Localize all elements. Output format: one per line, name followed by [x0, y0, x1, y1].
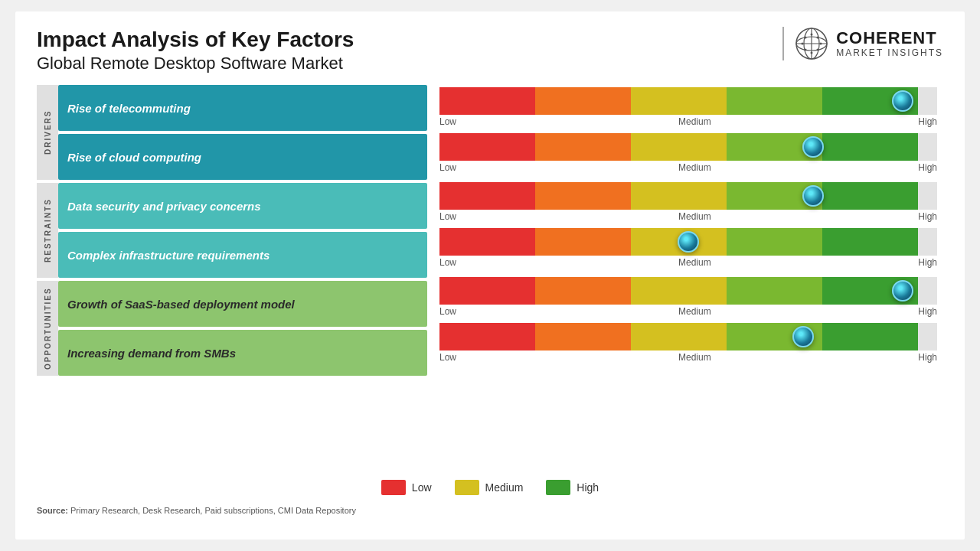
bar-row-1-1: LowMediumHigh [439, 226, 943, 272]
bar-seg-1 [535, 323, 631, 350]
bar-axis-labels-2-0: LowMediumHigh [439, 305, 937, 318]
bar-group-opportunities: LowMediumHighLowMediumHigh [439, 275, 943, 367]
bar-row-0-0: LowMediumHigh [439, 85, 943, 131]
bar-track-1-0 [439, 182, 937, 210]
bar-seg-1 [535, 87, 631, 115]
bar-row-2-1: LowMediumHigh [439, 321, 943, 367]
bar-track-0-1 [439, 133, 937, 161]
bar-seg-2 [631, 323, 727, 350]
bar-track-2-1 [439, 323, 937, 350]
bar-group-restraints: LowMediumHighLowMediumHigh [439, 180, 943, 272]
bar-axis-labels-1-1: LowMediumHigh [439, 256, 937, 269]
axis-medium: Medium [678, 211, 711, 222]
indicator-1-0 [802, 185, 824, 207]
bar-seg-5 [918, 87, 937, 115]
axis-medium: Medium [678, 116, 711, 127]
factor-rows-restraints: Data security and privacy concernsComple… [58, 183, 427, 278]
bar-row-0-1: LowMediumHigh [439, 131, 943, 177]
bar-group-drivers: LowMediumHighLowMediumHigh [439, 85, 943, 177]
bar-seg-1 [535, 277, 631, 305]
axis-medium: Medium [678, 162, 711, 173]
svg-point-8 [820, 43, 822, 45]
legend-area: LowMediumHigh [37, 474, 943, 501]
axis-medium: Medium [678, 306, 711, 317]
category-label-drivers: DRIVERS [37, 85, 58, 180]
axis-low: Low [439, 352, 456, 363]
bar-seg-1 [535, 182, 631, 210]
content-area: DRIVERSRise of telecommutingRise of clou… [37, 85, 943, 468]
axis-high: High [918, 257, 937, 268]
legend-label-medium: Medium [485, 481, 524, 494]
bar-track-0-0 [439, 87, 937, 115]
logo-block: COHERENT MARKET INSIGHTS [782, 27, 943, 60]
legend-swatch-medium [455, 480, 479, 495]
bar-axis-labels-1-0: LowMediumHigh [439, 210, 937, 223]
bar-track-1-1 [439, 228, 937, 256]
bar-seg-2 [631, 277, 727, 305]
title-block: Impact Analysis of Key Factors Global Re… [37, 27, 354, 74]
factor-row-2-0: Growth of SaaS-based deployment model [58, 281, 427, 327]
indicator-2-0 [892, 280, 913, 302]
bar-seg-4 [822, 228, 918, 256]
bar-axis-labels-2-1: LowMediumHigh [439, 350, 937, 364]
bar-seg-3 [727, 277, 822, 305]
bar-container-1-1: LowMediumHigh [439, 228, 937, 269]
legend-label-high: High [577, 481, 599, 494]
axis-low: Low [439, 257, 456, 268]
legend-label-low: Low [412, 481, 432, 494]
bar-container-2-1: LowMediumHigh [439, 323, 937, 364]
legend-item-high: High [546, 480, 599, 495]
bar-seg-2 [631, 87, 727, 115]
bar-seg-1 [535, 228, 631, 256]
legend-item-medium: Medium [455, 480, 524, 495]
category-group-opportunities: OPPORTUNITIESGrowth of SaaS-based deploy… [37, 281, 427, 376]
factor-row-1-1: Complex infrastructure requirements [58, 232, 427, 278]
bar-seg-3 [727, 228, 822, 256]
bar-container-0-1: LowMediumHigh [439, 133, 937, 174]
left-panel: DRIVERSRise of telecommutingRise of clou… [37, 85, 427, 468]
factor-row-1-0: Data security and privacy concerns [58, 183, 427, 229]
bar-seg-5 [918, 182, 937, 210]
svg-point-9 [817, 49, 819, 51]
logo-market: MARKET INSIGHTS [836, 48, 943, 58]
bar-seg-4 [822, 182, 918, 210]
bar-seg-2 [631, 133, 727, 161]
logo-globe-icon [795, 27, 828, 60]
bar-seg-0 [439, 133, 535, 161]
bar-seg-5 [918, 277, 937, 305]
factor-row-0-1: Rise of cloud computing [58, 134, 427, 180]
bar-axis-labels-0-0: LowMediumHigh [439, 115, 937, 129]
bar-seg-3 [727, 87, 822, 115]
svg-point-5 [805, 37, 807, 39]
bar-container-0-0: LowMediumHigh [439, 87, 937, 129]
bar-seg-4 [822, 133, 918, 161]
factor-row-0-0: Rise of telecommuting [58, 85, 427, 131]
source-label: Source: [37, 506, 68, 515]
svg-point-6 [811, 34, 813, 36]
category-group-drivers: DRIVERSRise of telecommutingRise of clou… [37, 85, 427, 180]
bar-seg-4 [822, 323, 918, 350]
main-title: Impact Analysis of Key Factors [37, 27, 354, 53]
bar-seg-1 [535, 133, 631, 161]
factor-rows-drivers: Rise of telecommutingRise of cloud compu… [58, 85, 427, 180]
legend-item-low: Low [381, 480, 432, 495]
axis-low: Low [439, 211, 456, 222]
bar-track-2-0 [439, 277, 937, 305]
bar-seg-5 [918, 228, 937, 256]
legend-swatch-high [546, 480, 570, 495]
indicator-0-0 [892, 90, 913, 112]
category-label-opportunities: OPPORTUNITIES [37, 281, 58, 376]
axis-high: High [918, 306, 937, 317]
indicator-0-1 [802, 136, 824, 158]
bar-seg-5 [918, 133, 937, 161]
svg-point-12 [802, 43, 804, 45]
source-content: Primary Research, Desk Research, Paid su… [70, 506, 356, 515]
bar-seg-2 [631, 182, 727, 210]
main-card: Impact Analysis of Key Factors Global Re… [15, 11, 965, 540]
factor-rows-opportunities: Growth of SaaS-based deployment modelInc… [58, 281, 427, 376]
bar-row-1-0: LowMediumHigh [439, 180, 943, 226]
axis-medium: Medium [678, 257, 711, 268]
header-section: Impact Analysis of Key Factors Global Re… [37, 27, 943, 74]
bar-seg-0 [439, 277, 535, 305]
svg-point-10 [811, 52, 813, 54]
